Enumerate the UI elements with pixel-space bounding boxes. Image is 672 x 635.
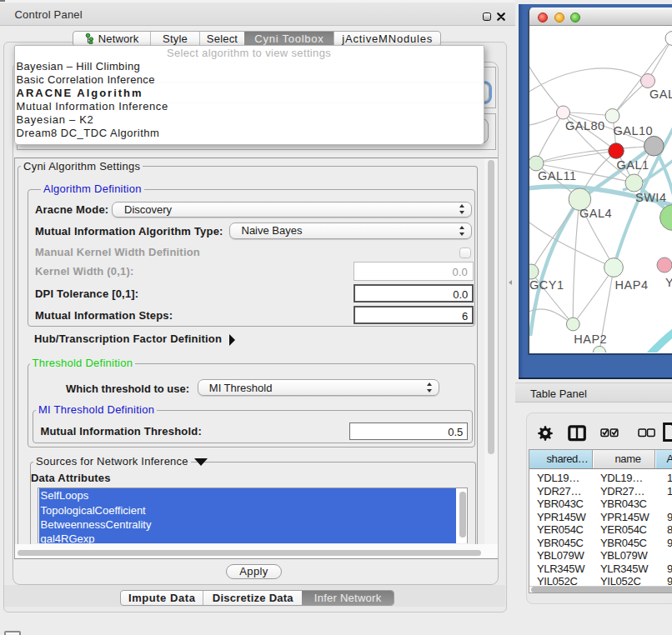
svg-text:GAL4: GAL4: [579, 207, 612, 220]
svg-text:GAL11: GAL11: [538, 169, 577, 182]
svg-text:GCY1: GCY1: [529, 278, 564, 292]
svg-text:SWI4: SWI4: [635, 191, 666, 204]
svg-text:GAL10: GAL10: [614, 124, 654, 138]
svg-text:Y: Y: [665, 276, 672, 289]
svg-text:HAP4: HAP4: [615, 278, 649, 292]
svg-text:GAL80: GAL80: [565, 119, 605, 132]
svg-text:GAL2: GAL2: [649, 88, 672, 101]
svg-text:HAP2: HAP2: [574, 332, 607, 346]
svg-text:GAL1: GAL1: [617, 158, 649, 172]
